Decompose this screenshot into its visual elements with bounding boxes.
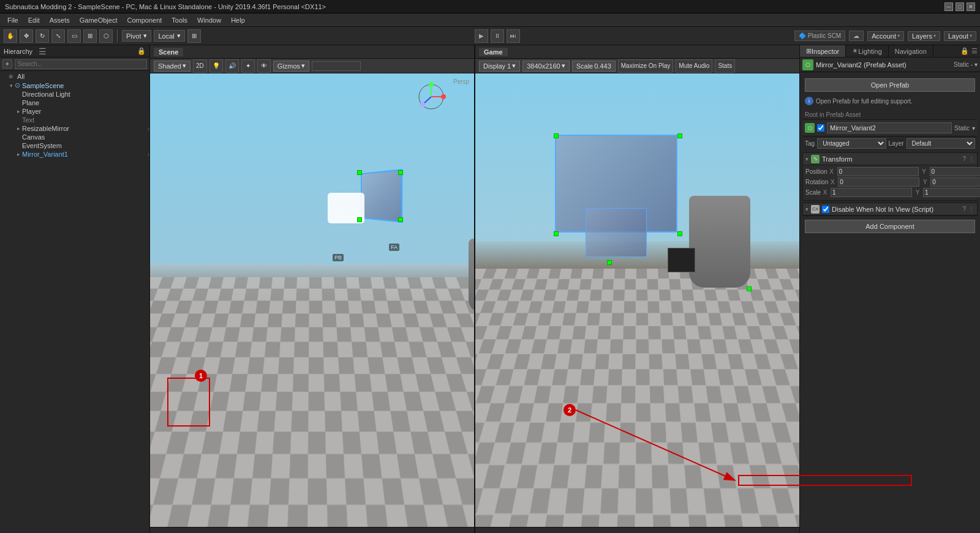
menu-window[interactable]: Window bbox=[192, 15, 226, 25]
script-expand-icon: ▾ bbox=[805, 206, 809, 212]
transform-header[interactable]: ▾ ⤡ Transform ? ⋮ bbox=[803, 153, 977, 165]
tab-navigation[interactable]: Navigation bbox=[889, 45, 933, 57]
layer-dropdown[interactable]: Default bbox=[907, 138, 975, 149]
account-dropdown[interactable]: Account ▾ bbox=[867, 31, 904, 41]
rot-x-input[interactable]: 0 bbox=[838, 177, 919, 187]
menu-assets[interactable]: Assets bbox=[45, 15, 75, 25]
gizmos-dropdown[interactable]: Gizmos ▾ bbox=[273, 61, 309, 72]
static-dropdown-icon[interactable]: ▾ bbox=[972, 125, 975, 132]
scene-search[interactable] bbox=[312, 61, 361, 71]
pos-y-input[interactable]: 0 bbox=[930, 167, 980, 176]
transform-all-tool[interactable]: ⊞ bbox=[83, 29, 97, 43]
hierarchy-item-mirror-variant1[interactable]: ▸ Mirror_Variant1 › bbox=[0, 150, 149, 158]
menu-tools[interactable]: Tools bbox=[167, 15, 192, 25]
script-enabled-checkbox[interactable] bbox=[822, 206, 829, 213]
transform-menu-icon[interactable]: ⋮ bbox=[968, 155, 974, 162]
scene-tab[interactable]: Scene bbox=[154, 48, 183, 56]
inspector-lock-icon[interactable]: 🔒 bbox=[960, 47, 969, 55]
menu-file[interactable]: File bbox=[2, 15, 23, 25]
shading-dropdown[interactable]: Shaded ▾ bbox=[154, 61, 190, 72]
tab-inspector[interactable]: ⊞ Inspector bbox=[800, 45, 846, 57]
object-active-checkbox[interactable] bbox=[817, 124, 824, 132]
hierarchy-item-directional-light[interactable]: Directional Light bbox=[0, 90, 149, 99]
game-scrollbar[interactable] bbox=[475, 527, 799, 533]
title-bar: Subnautica Modding 2 - SampleScene - PC,… bbox=[0, 0, 980, 13]
hierarchy-item-samplescene[interactable]: ▾ ⊙ SampleScene bbox=[0, 81, 149, 90]
game-view: Game Display 1 ▾ 3840x2160 ▾ Scale 0.443 bbox=[475, 45, 799, 533]
rot-y-input[interactable]: 0 bbox=[930, 177, 980, 187]
maximize-button[interactable]: □ bbox=[956, 2, 964, 11]
layout-dropdown[interactable]: Layout ▾ bbox=[944, 31, 976, 41]
play-button[interactable]: ▶ bbox=[475, 29, 488, 43]
lighting-toggle[interactable]: 💡 bbox=[209, 59, 223, 73]
game-tab[interactable]: Game bbox=[479, 48, 508, 56]
audio-toggle[interactable]: 🔊 bbox=[225, 59, 239, 73]
hierarchy-item-canvas[interactable]: Canvas bbox=[0, 133, 149, 141]
tab-lighting[interactable]: ☀ Lighting bbox=[846, 45, 889, 57]
scene-canvas[interactable]: Persp FA PB bbox=[150, 73, 474, 527]
transform-question-icon[interactable]: ? bbox=[962, 155, 966, 162]
layers-dropdown[interactable]: Layers ▾ bbox=[908, 31, 940, 41]
hand-tool[interactable]: ✋ bbox=[4, 29, 17, 43]
hierarchy-all-label: All bbox=[17, 73, 24, 80]
script-menu-icon[interactable]: ⋮ bbox=[968, 206, 974, 212]
2d-button[interactable]: 2D bbox=[193, 59, 207, 73]
hierarchy-search-input[interactable] bbox=[15, 59, 147, 69]
pause-button[interactable]: ⏸ bbox=[491, 29, 504, 43]
scene-scrollbar[interactable] bbox=[150, 527, 474, 533]
script-question-icon[interactable]: ? bbox=[962, 206, 966, 212]
object-name-field[interactable] bbox=[827, 122, 952, 133]
local-toggle[interactable]: Local ▾ bbox=[154, 30, 184, 42]
hierarchy-item-text[interactable]: Text bbox=[0, 116, 149, 124]
scale-tool[interactable]: ⤡ bbox=[51, 29, 65, 43]
scale-x-input[interactable]: 1 bbox=[831, 188, 912, 197]
script-header[interactable]: ▾ C# Disable When Not In View (Script) ?… bbox=[803, 203, 977, 215]
game-canvas[interactable] bbox=[475, 73, 799, 527]
menu-help[interactable]: Help bbox=[226, 15, 250, 25]
hierarchy-item-all[interactable]: ⊕ All bbox=[0, 72, 149, 81]
snap-button[interactable]: ⊞ bbox=[187, 29, 201, 43]
gizmo-widget[interactable] bbox=[413, 78, 450, 115]
shading-chevron: ▾ bbox=[183, 62, 186, 70]
rotate-tool[interactable]: ↻ bbox=[36, 29, 49, 43]
add-component-button[interactable]: Add Component bbox=[805, 220, 975, 233]
minimize-button[interactable]: ─ bbox=[944, 2, 953, 11]
hierarchy-menu-icon[interactable]: ☰ bbox=[39, 47, 47, 56]
scene-visibility[interactable]: 👁 bbox=[257, 59, 271, 73]
hierarchy-title: Hierarchy bbox=[4, 48, 32, 55]
move-tool[interactable]: ✥ bbox=[20, 29, 33, 43]
rect-tool[interactable]: ▭ bbox=[67, 29, 81, 43]
main-layout: Hierarchy ☰ 🔒 + ⊕ All ▾ ⊙ SampleScene bbox=[0, 45, 980, 533]
mute-audio-button[interactable]: Mute Audio bbox=[676, 59, 712, 73]
maximize-on-play-button[interactable]: Maximize On Play bbox=[618, 59, 674, 73]
hierarchy-item-plane[interactable]: Plane bbox=[0, 99, 149, 107]
menu-component[interactable]: Component bbox=[122, 15, 167, 25]
chevron-down-icon3: ▾ bbox=[897, 33, 900, 39]
mv1-expand-icon[interactable]: › bbox=[148, 151, 149, 158]
pivot-toggle[interactable]: Pivot ▾ bbox=[122, 30, 151, 42]
hierarchy-item-eventsystem[interactable]: EventSystem bbox=[0, 141, 149, 150]
pos-x-input[interactable]: 0 bbox=[837, 167, 919, 176]
scale-dropdown[interactable]: Scale 0.443 bbox=[572, 61, 616, 72]
tag-dropdown[interactable]: Untagged bbox=[817, 138, 886, 149]
menu-gameobject[interactable]: GameObject bbox=[75, 15, 123, 25]
hierarchy-toolbar: + bbox=[0, 58, 149, 71]
stats-button[interactable]: Stats bbox=[715, 59, 735, 73]
close-button[interactable]: ✕ bbox=[967, 2, 975, 11]
hierarchy-item-resizable-mirror[interactable]: ▸ ResizableMirror › bbox=[0, 124, 149, 133]
menu-edit[interactable]: Edit bbox=[23, 15, 45, 25]
scale-y-input[interactable]: 1 bbox=[923, 188, 980, 197]
hierarchy-content[interactable]: ⊕ All ▾ ⊙ SampleScene Directional Light … bbox=[0, 71, 149, 533]
open-prefab-button[interactable]: Open Prefab bbox=[805, 78, 975, 92]
hierarchy-add-button[interactable]: + bbox=[2, 59, 12, 69]
lock-icon[interactable]: 🔒 bbox=[137, 47, 146, 55]
step-button[interactable]: ⏭ bbox=[507, 29, 520, 43]
inspector-menu-icon[interactable]: ☰ bbox=[971, 47, 978, 55]
display-dropdown[interactable]: Display 1 ▾ bbox=[479, 61, 520, 72]
rm-expand-icon[interactable]: › bbox=[148, 125, 149, 132]
effects-toggle[interactable]: ✦ bbox=[241, 59, 255, 73]
resolution-dropdown[interactable]: 3840x2160 ▾ bbox=[522, 61, 569, 72]
custom-tool[interactable]: ⬡ bbox=[99, 29, 113, 43]
gizmos-chevron: ▾ bbox=[301, 62, 305, 70]
hierarchy-item-player[interactable]: ▸ Player bbox=[0, 107, 149, 116]
